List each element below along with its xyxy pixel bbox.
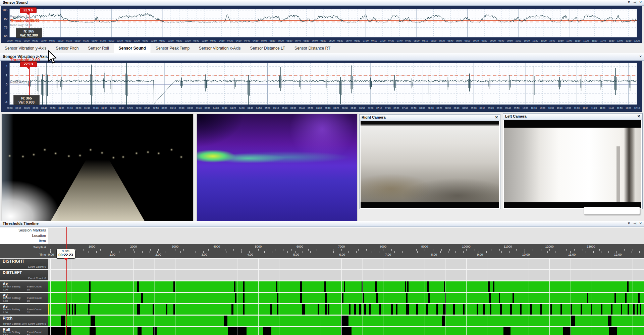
svg-text:02:50: 02:50 [151, 40, 157, 42]
sample-ruler-label: Sample # [33, 246, 46, 249]
svg-text:10:20: 10:20 [532, 40, 538, 42]
track-label-pitch[interactable]: PitchThresh Setting: 20.0Event Count: 8 [0, 316, 48, 326]
svg-text:04:40: 04:40 [244, 40, 250, 42]
timeline-header-row-item[interactable]: Item [0, 239, 644, 244]
svg-text:05:20: 05:20 [282, 107, 287, 109]
track-label-ax[interactable]: AxThresh Setting: 2.00Event Count: 18 [0, 281, 48, 292]
svg-text:-2: -2 [5, 91, 7, 95]
tab-sensor-sound[interactable]: Sensor Sound [114, 44, 151, 53]
svg-text:11:10: 11:10 [583, 107, 588, 109]
svg-text:06:00: 06:00 [316, 107, 322, 109]
track-meta: Thresh Setting: 2.00Event Count: 20 [3, 296, 46, 303]
vibration-chart[interactable]: 420-2-400:0000:1000:2000:3000:4000:5001:… [1, 61, 642, 112]
sample-tick-label: 10000 [462, 245, 470, 248]
sound-threshold-label: Threshold: 85.00 [10, 18, 39, 22]
pin-icon[interactable]: ⊣ [633, 0, 637, 4]
svg-text:06:10: 06:10 [325, 107, 330, 109]
track-label-distleft[interactable]: DISTLEFTEvent Count: 0 [0, 270, 48, 280]
thresh-setting: Thresh Setting: 2.00 [3, 308, 27, 314]
right-camera-image[interactable] [361, 121, 499, 208]
svg-text:05:10: 05:10 [273, 107, 279, 109]
thresh-setting: Thresh Setting: 2.00 [3, 296, 27, 303]
svg-text:04:10: 04:10 [219, 40, 224, 42]
track-gridlines [48, 270, 644, 280]
svg-text:105: 105 [2, 8, 7, 12]
track-lane-pitch[interactable] [48, 316, 644, 326]
svg-text:01:20: 01:20 [75, 40, 80, 42]
sound-cursor-tooltip-pointer [26, 13, 30, 15]
caret-down-icon[interactable]: ▼ [627, 221, 631, 225]
floating-control-box[interactable] [584, 207, 640, 215]
letterbox-bar [361, 202, 499, 208]
timeline-header-row-session-markers[interactable]: Session Markers [0, 228, 644, 233]
sample-tick-label: 2000 [130, 245, 137, 248]
left-camera-image[interactable] [504, 120, 641, 208]
event-count: Event Count: 8 [28, 322, 46, 325]
right-camera-title: Right Camera [362, 115, 386, 119]
track-lane-az[interactable] [48, 304, 644, 315]
thermal-camera-view[interactable] [196, 114, 358, 222]
tab-sensor-vibration-y-axis[interactable]: Sensor Vibration y-Axis [0, 44, 51, 53]
letterbox-bar [504, 120, 641, 128]
tab-sensor-distance-rt[interactable]: Sensor Distance RT [290, 44, 335, 53]
vibration-cursor-value-tooltip: N: 365 Val: 0.933 [13, 95, 40, 105]
svg-text:01:10: 01:10 [67, 107, 73, 109]
svg-text:10:40: 10:40 [557, 107, 562, 109]
svg-text:02:20: 02:20 [125, 40, 131, 42]
timeline-cursor-line[interactable] [66, 227, 67, 335]
svg-text:05:50: 05:50 [308, 107, 313, 109]
svg-text:11:30: 11:30 [600, 107, 605, 109]
close-icon[interactable]: ✕ [495, 115, 498, 120]
time-ruler-label: Time [39, 253, 46, 256]
close-icon[interactable]: ✕ [639, 0, 642, 4]
pin-icon[interactable]: ⊣ [633, 221, 637, 225]
track-label-distright[interactable]: DISTRIGHTEvent Count: 0 [0, 259, 48, 269]
track-label-ay[interactable]: AyThresh Setting: 2.00Event Count: 20 [0, 293, 48, 303]
timeline-ruler[interactable]: Sample #10002000300040005000600070008000… [0, 244, 644, 258]
timeline-header-track [48, 233, 644, 239]
sample-tick-label: 8000 [380, 245, 386, 248]
caret-down-icon[interactable]: ▼ [627, 0, 631, 4]
track-meta: Event Count: 0 [3, 277, 46, 280]
front-camera-view[interactable] [1, 114, 194, 223]
svg-text:01:50: 01:50 [101, 107, 107, 109]
lit-aisle [50, 160, 146, 222]
close-icon[interactable]: ✕ [639, 55, 642, 59]
svg-text:07:10: 07:10 [371, 40, 377, 42]
track-lane-ax[interactable] [48, 281, 644, 292]
tab-sensor-roll[interactable]: Sensor Roll [84, 44, 114, 53]
svg-text:09:20: 09:20 [482, 40, 487, 42]
track-lane-distright[interactable] [48, 259, 644, 269]
svg-text:12:20: 12:20 [634, 40, 640, 42]
sample-ruler[interactable]: Sample #10002000300040005000600070008000… [0, 244, 644, 251]
vibration-chart-svg: 420-2-400:0000:1000:2000:3000:4000:5001:… [1, 61, 642, 112]
time-ruler[interactable]: Time0:001:002:003:004:005:006:007:008:00… [0, 251, 644, 258]
timeline-cursor-marker[interactable] [64, 258, 68, 261]
sample-minor-ticks [50, 249, 644, 251]
svg-text:11:20: 11:20 [583, 40, 589, 42]
close-icon[interactable]: ✕ [639, 221, 642, 225]
track-meta: Thresh Setting: 2.00Event Count: 52 [3, 308, 46, 314]
svg-text:10:00: 10:00 [522, 107, 528, 109]
tab-sensor-peak-temp[interactable]: Sensor Peak Temp [151, 44, 194, 53]
svg-text:01:30: 01:30 [84, 107, 90, 109]
timeline-header-row-location[interactable]: Location [0, 233, 644, 239]
track-gridlines [48, 293, 644, 303]
track-lane-distleft[interactable] [48, 270, 644, 280]
vibration-cursor-time-tooltip: 22.9 s [20, 62, 37, 67]
svg-text:09:00: 09:00 [465, 40, 470, 42]
close-icon[interactable]: ✕ [637, 114, 640, 119]
mouse-cursor [48, 50, 59, 64]
svg-text:11:00: 11:00 [567, 40, 572, 42]
svg-text:07:00: 07:00 [363, 40, 369, 42]
track-label-roll[interactable]: RollThresh Setting: 5.00Event Count: 26 [0, 327, 48, 335]
track-lane-roll[interactable] [48, 327, 644, 335]
track-label-az[interactable]: AzThresh Setting: 2.00Event Count: 52 [0, 304, 48, 315]
svg-text:10:20: 10:20 [540, 107, 545, 109]
svg-text:12:00: 12:00 [617, 40, 623, 42]
tab-sensor-distance-lt[interactable]: Sensor Distance LT [246, 44, 290, 53]
tab-sensor-vibration-x-axis[interactable]: Sensor Vibration x-Axis [194, 44, 246, 53]
sound-chart[interactable]: 10590756000:0000:1000:2000:3000:4000:500… [1, 5, 642, 43]
track-lane-ay[interactable] [48, 293, 644, 303]
svg-text:07:30: 07:30 [388, 40, 394, 42]
